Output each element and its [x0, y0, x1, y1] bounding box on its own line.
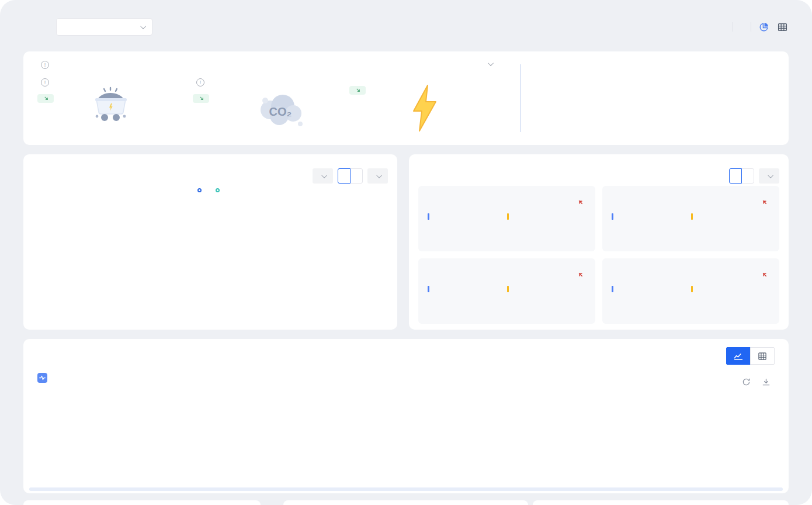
trend-range-select[interactable]	[367, 168, 388, 184]
stats-card-title	[37, 61, 49, 69]
trend-down-icon	[44, 96, 49, 101]
info-icon[interactable]	[41, 78, 49, 87]
divider	[520, 64, 521, 132]
energy-dashboard: CO₂	[0, 0, 812, 505]
tab-energy-compare[interactable]	[338, 168, 351, 184]
eval-yearly-percent	[762, 272, 770, 278]
tab-total-cost[interactable]	[741, 168, 754, 184]
lightning-icon	[410, 84, 439, 134]
line-chart-icon	[734, 352, 743, 360]
chart-view-button[interactable]	[726, 347, 751, 365]
legend-yoy[interactable]	[216, 188, 223, 192]
divider	[733, 22, 733, 32]
trend-legend	[23, 188, 397, 192]
chevron-down-icon	[140, 23, 146, 29]
tab-cost-compare[interactable]	[350, 168, 363, 184]
scope-filter-select[interactable]	[56, 18, 152, 36]
grid-view-icon[interactable]	[776, 20, 789, 33]
eval-year-select[interactable]	[759, 168, 779, 184]
energy-stats-card: CO₂	[23, 51, 789, 145]
trend-down-icon	[199, 96, 204, 101]
stat-yesterday	[349, 78, 366, 95]
energy-evaluation-card	[409, 154, 789, 330]
pulse-icon	[37, 373, 47, 383]
legend-actual[interactable]	[197, 188, 205, 192]
info-icon[interactable]	[41, 61, 49, 69]
trend-year-select[interactable]	[313, 168, 333, 184]
eval-card-weekly	[602, 186, 779, 251]
co2-cloud-icon: CO₂	[252, 92, 308, 131]
pie-chart-icon[interactable]	[757, 20, 770, 33]
stat-yesterday-badge	[349, 86, 366, 95]
eval-daily-percent	[578, 199, 586, 206]
view-toggle	[726, 347, 775, 365]
eval-grid	[418, 186, 779, 324]
trend-controls	[313, 168, 388, 184]
chevron-down-icon	[376, 172, 382, 178]
svg-text:CO₂: CO₂	[269, 105, 292, 118]
eval-monthly-percent	[578, 272, 586, 278]
legend-dot-actual	[197, 188, 202, 192]
stat-coal	[37, 78, 54, 103]
refresh-icon[interactable]	[740, 375, 752, 388]
chevron-down-icon	[488, 60, 494, 66]
today-usage	[539, 60, 540, 105]
eval-card-daily	[418, 186, 595, 251]
eval-card-yearly	[602, 258, 779, 324]
table-view-button[interactable]	[750, 347, 775, 365]
today-power-sparkline	[681, 63, 745, 92]
download-icon[interactable]	[759, 375, 772, 388]
energy-trend-card	[23, 154, 397, 330]
scrollbar-track[interactable]	[29, 487, 783, 491]
period-select[interactable]	[486, 62, 494, 66]
eval-type-toggle	[729, 168, 754, 184]
trend-down-icon	[356, 88, 361, 93]
trend-up-icon	[578, 272, 584, 278]
trend-compare-toggle	[338, 168, 363, 184]
stat-carbon	[193, 78, 209, 103]
stat-coal-badge	[37, 94, 54, 103]
hourly-energy-card	[23, 339, 789, 493]
tab-total-usage[interactable]	[729, 168, 742, 184]
hourly-summary	[37, 373, 64, 383]
legend-dot-yoy	[216, 188, 220, 192]
trend-up-icon	[762, 199, 768, 206]
chart-actions	[740, 375, 772, 388]
trend-chart	[29, 199, 389, 325]
next-card-stub	[23, 500, 261, 505]
eval-controls	[729, 168, 779, 184]
trend-up-icon	[762, 272, 768, 278]
next-card-stub	[533, 500, 789, 505]
trend-up-icon	[578, 199, 584, 206]
info-icon[interactable]	[196, 78, 204, 87]
coal-cart-icon	[89, 85, 133, 126]
chevron-down-icon	[768, 172, 773, 178]
table-icon	[758, 352, 767, 361]
top-bar	[23, 16, 789, 37]
chevron-down-icon	[321, 172, 327, 178]
eval-weekly-percent	[762, 199, 770, 206]
hourly-area-chart	[37, 403, 775, 489]
next-card-stub	[283, 500, 528, 505]
divider	[751, 22, 751, 32]
eval-card-monthly	[418, 258, 595, 324]
topbar-stats	[721, 20, 789, 33]
stat-carbon-badge	[193, 94, 209, 103]
